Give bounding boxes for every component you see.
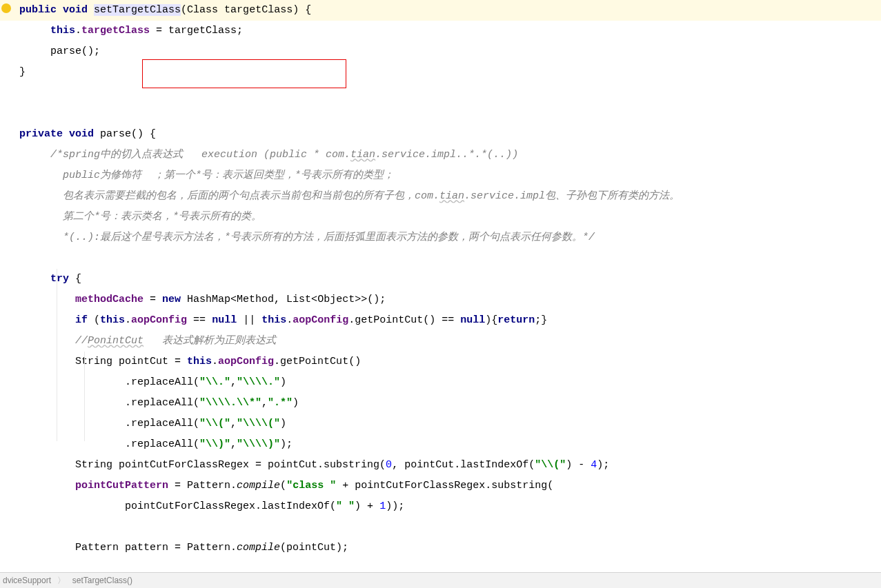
code-text: );	[597, 459, 609, 471]
string: "class "	[286, 480, 336, 491]
static-method: compile	[237, 542, 280, 554]
code-line[interactable]: this.targetClass = targetClass;	[0, 21, 881, 41]
code-text: .	[75, 25, 81, 37]
breadcrumb[interactable]: dviceSupport 〉 setTargetClass()	[0, 572, 881, 588]
code-text: ));	[386, 500, 404, 512]
breadcrumb-item[interactable]: dviceSupport	[3, 576, 51, 585]
code-line[interactable]: public为修饰符 ；第一个*号：表示返回类型，*号表示所有的类型；	[0, 165, 881, 186]
code-line[interactable]	[0, 83, 881, 103]
code-text: ,	[261, 397, 268, 409]
code-text: String pointCut =	[75, 356, 187, 367]
keyword: void	[63, 4, 88, 16]
field: aopConfig	[131, 314, 187, 326]
code-line[interactable]: pointCutForClassRegex.lastIndexOf(" ") +…	[0, 496, 881, 517]
comment: public为修饰符 ；第一个*号：表示返回类型，*号表示所有的类型；	[50, 170, 394, 181]
code-text: ) -	[566, 459, 591, 471]
code-text: ,	[230, 418, 237, 429]
code-text: =	[143, 294, 162, 305]
static-method: compile	[237, 480, 280, 491]
code-line[interactable]: /*spring中的切入点表达式 execution (public * com…	[0, 145, 881, 165]
keyword: void	[69, 128, 94, 140]
string: "\\\\.\\*"	[199, 397, 261, 409]
code-line[interactable]: methodCache = new HashMap<Method, List<O…	[0, 290, 881, 310]
string: " "	[336, 500, 355, 512]
code-text: );	[280, 438, 293, 450]
code-line[interactable]	[0, 558, 881, 572]
code-text: (Class targetClass) {	[181, 4, 311, 16]
code-line[interactable]	[0, 517, 881, 538]
code-editor[interactable]: public void setTargetClass(Class targetC…	[0, 0, 881, 572]
code-line[interactable]: //PonintCut 表达式解析为正则表达式	[0, 331, 881, 352]
keyword: null	[460, 314, 485, 326]
code-line[interactable]	[0, 103, 881, 124]
code-line[interactable]: 包名表示需要拦截的包名，后面的两个句点表示当前包和当前包的所有子包，com.ti…	[0, 186, 881, 207]
code-text: HashMap<Method, List<Object>>();	[181, 294, 386, 305]
code-line[interactable]: parse();	[0, 41, 881, 62]
field: aopConfig	[218, 356, 274, 367]
code-text: .replaceAll(	[125, 418, 199, 429]
code-text: ,	[230, 376, 237, 388]
keyword: private	[19, 128, 63, 140]
code-line[interactable]: try {	[0, 269, 881, 290]
comment: /*spring中的切入点表达式 execution (public * com…	[50, 149, 518, 161]
code-line[interactable]: String pointCut = this.aopConfig.getPoin…	[0, 352, 881, 372]
code-text: (	[280, 480, 286, 491]
breadcrumb-item[interactable]: setTargetClass()	[72, 576, 132, 585]
code-line[interactable]: .replaceAll("\\)","\\\\)");	[0, 434, 881, 455]
code-line[interactable]: 第二个*号：表示类名，*号表示所有的类。	[0, 207, 881, 227]
string: "\\\\."	[237, 376, 280, 388]
code-text: .getPointCut() ==	[348, 314, 460, 326]
code-text: .	[286, 314, 293, 326]
code-text: pointCutForClassRegex.lastIndexOf(	[125, 500, 336, 512]
code-text: Pattern pattern = Pattern.	[75, 542, 237, 554]
comment: 包名表示需要拦截的包名，后面的两个句点表示当前包和当前包的所有子包，com.ti…	[50, 190, 680, 202]
keyword: return	[497, 314, 535, 326]
code-line[interactable]: Pattern pattern = Pattern.compile(pointC…	[0, 538, 881, 558]
chevron-right-icon: 〉	[57, 576, 66, 585]
code-line[interactable]: pointCutPattern = Pattern.compile("class…	[0, 476, 881, 496]
bulb-icon[interactable]	[1, 3, 11, 13]
number: 4	[591, 459, 597, 471]
code-text: ||	[237, 314, 261, 326]
keyword: this	[187, 356, 212, 367]
code-text: (	[88, 314, 100, 326]
code-text: .	[212, 356, 218, 367]
keyword: new	[162, 294, 181, 305]
indent-guide	[84, 352, 85, 441]
code-text: = Pattern.	[168, 480, 237, 491]
code-text: ,	[230, 438, 237, 450]
string: "\\."	[199, 376, 230, 388]
string: "\\("	[535, 459, 566, 471]
code-text: String pointCutForClassRegex = pointCut.…	[75, 459, 386, 471]
code-line[interactable]: .replaceAll("\\(","\\\\(")	[0, 414, 881, 434]
code-text: )	[280, 418, 286, 429]
code-text: {	[69, 273, 81, 285]
keyword: this	[100, 314, 125, 326]
indent-guide	[57, 269, 57, 441]
code-line[interactable]: if (this.aopConfig == null || this.aopCo…	[0, 310, 881, 331]
string: "\\)"	[199, 438, 230, 450]
code-text: = targetClass;	[150, 25, 243, 37]
code-line[interactable]: .replaceAll("\\.","\\\\.")	[0, 372, 881, 393]
number: 0	[386, 459, 392, 471]
code-text: parse() {	[94, 128, 156, 140]
string: ".*"	[268, 397, 293, 409]
field: aopConfig	[293, 314, 348, 326]
code-line[interactable]: private void parse() {	[0, 124, 881, 145]
keyword: public	[19, 4, 57, 16]
comment: 第二个*号：表示类名，*号表示所有的类。	[50, 211, 261, 223]
code-line[interactable]: public void setTargetClass(Class targetC…	[0, 0, 881, 21]
code-line[interactable]: String pointCutForClassRegex = pointCut.…	[0, 455, 881, 476]
method-name: setTargetClass	[94, 4, 181, 16]
code-text: ;}	[535, 314, 547, 326]
code-text: .replaceAll(	[125, 397, 199, 409]
code-text: .getPointCut()	[274, 356, 361, 367]
code-line[interactable]: .replaceAll("\\\\.\\*",".*")	[0, 393, 881, 414]
code-line[interactable]	[0, 248, 881, 269]
code-line[interactable]: }	[0, 62, 881, 83]
keyword: if	[75, 314, 88, 326]
field: pointCutPattern	[75, 480, 168, 491]
code-text: ){	[485, 314, 497, 326]
code-line[interactable]: *(..):最后这个星号表示方法名，*号表示所有的方法，后面括弧里面表示方法的参…	[0, 227, 881, 248]
string: "\\\\)"	[237, 438, 280, 450]
